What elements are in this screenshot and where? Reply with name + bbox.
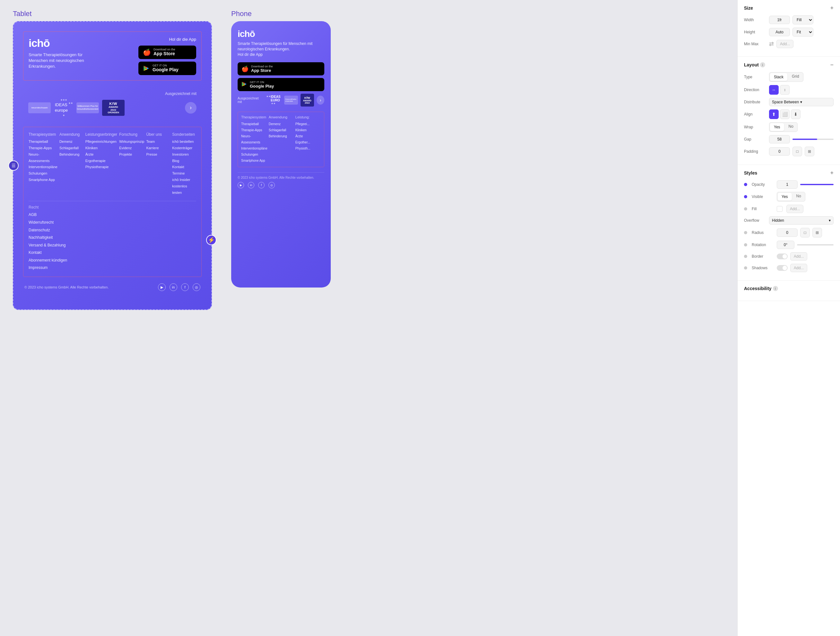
wrap-no-btn[interactable]: No bbox=[785, 123, 797, 132]
recht-impressum[interactable]: Impressum bbox=[28, 264, 196, 271]
nav-item-blog[interactable]: Blog bbox=[172, 158, 196, 164]
nav-item-kostenlos[interactable]: kostenlos testen bbox=[172, 183, 196, 196]
nav-item-investoren[interactable]: Investoren bbox=[172, 151, 196, 158]
recht-widerruf[interactable]: Widerrufsrecht bbox=[28, 219, 196, 226]
phone-nav-kliniken[interactable]: Kliniken bbox=[295, 127, 321, 133]
nav-item-demenz[interactable]: Demenz bbox=[59, 139, 84, 145]
phone-nav-behinderung[interactable]: Behinderung bbox=[269, 133, 294, 139]
nav-item-behinderung[interactable]: Behinderung bbox=[59, 151, 84, 158]
nav-item-pflege[interactable]: Pflegeeinrichtungen bbox=[85, 139, 117, 145]
recht-versand[interactable]: Versand & Bezahlung bbox=[28, 242, 196, 249]
nav-item-ergo[interactable]: Ergotherapie bbox=[85, 158, 117, 164]
nav-item-presse[interactable]: Presse bbox=[146, 151, 170, 158]
border-toggle[interactable] bbox=[777, 253, 788, 259]
height-dropdown[interactable]: Fit Fill Fixed bbox=[793, 28, 813, 36]
radius-uniform-btn[interactable]: □ bbox=[800, 228, 810, 238]
padding-uniform-btn[interactable]: □ bbox=[793, 146, 802, 156]
phone-nav-pflege[interactable]: Pflegeei... bbox=[295, 121, 321, 127]
type-stack-btn[interactable]: Stack bbox=[770, 73, 787, 81]
nav-item-kostentrager[interactable]: Kostenträger bbox=[172, 145, 196, 151]
phone-nav-ergo[interactable]: Ergother... bbox=[295, 139, 321, 145]
direction-vertical-btn[interactable]: ↕ bbox=[780, 85, 789, 94]
opacity-slider[interactable] bbox=[800, 184, 834, 185]
visible-yes-btn[interactable]: Yes bbox=[778, 193, 792, 201]
youtube-icon[interactable]: ▶ bbox=[158, 283, 166, 291]
gap-input[interactable] bbox=[769, 135, 790, 143]
nav-item-kliniken[interactable]: Kliniken bbox=[85, 145, 117, 151]
phone-nav-smartphone[interactable]: Smartphone App bbox=[241, 157, 267, 164]
fill-add[interactable]: Add... bbox=[786, 205, 804, 213]
type-grid-btn[interactable]: Grid bbox=[788, 72, 803, 82]
rotation-slider[interactable] bbox=[797, 244, 834, 246]
phone-facebook-icon[interactable]: f bbox=[258, 182, 265, 188]
recht-abonnement[interactable]: Abonnement kündigen bbox=[28, 257, 196, 264]
facebook-icon[interactable]: f bbox=[181, 283, 189, 291]
overflow-select[interactable]: Hidden ▾ bbox=[769, 216, 834, 225]
nav-item-therapie-apps[interactable]: Therapie-Apps bbox=[28, 145, 57, 151]
phone-nav-demenz[interactable]: Demenz bbox=[269, 121, 294, 127]
layout-info-icon[interactable]: i bbox=[760, 62, 765, 68]
phone-youtube-icon[interactable]: ▶ bbox=[238, 182, 244, 188]
linkedin-icon[interactable]: in bbox=[169, 283, 177, 291]
recht-kontakt[interactable]: Kontakt bbox=[28, 249, 196, 257]
align-bottom-btn[interactable]: ⬇ bbox=[791, 109, 801, 119]
nav-item-projekte[interactable]: Projekte bbox=[119, 151, 144, 158]
padding-input[interactable] bbox=[769, 147, 790, 156]
tablet-app-store-badge[interactable]: 🍎 Download on the App Store bbox=[138, 46, 196, 59]
tablet-floating-menu[interactable]: ☰ bbox=[8, 161, 19, 171]
nav-item-schlaganfall[interactable]: Schlaganfall bbox=[59, 145, 84, 151]
recht-agb[interactable]: AGB bbox=[28, 211, 196, 219]
align-center-btn[interactable]: ⬜ bbox=[780, 109, 789, 119]
size-plus-btn[interactable]: + bbox=[830, 5, 834, 11]
phone-nav-neuro[interactable]: Neuro-Assessments bbox=[241, 133, 267, 145]
nav-item-termine[interactable]: Termine bbox=[172, 170, 196, 177]
minmax-swap-icon[interactable]: ⇄ bbox=[769, 41, 774, 47]
nav-item-arzte[interactable]: Ärzte bbox=[85, 151, 117, 158]
styles-plus-btn[interactable]: + bbox=[830, 170, 834, 176]
phone-instagram-icon[interactable]: ◎ bbox=[268, 182, 275, 188]
minmax-add[interactable]: Add... bbox=[777, 40, 793, 48]
wrap-yes-btn[interactable]: Yes bbox=[770, 123, 784, 131]
padding-individual-btn[interactable]: ⊞ bbox=[805, 146, 814, 156]
nav-item-kontakt[interactable]: Kontakt bbox=[172, 164, 196, 170]
phone-nav-schlaganfall[interactable]: Schlaganfall bbox=[269, 127, 294, 133]
gap-slider[interactable] bbox=[793, 139, 834, 140]
direction-horizontal-btn[interactable]: ↔ bbox=[769, 85, 778, 94]
distribute-select[interactable]: Space Between ▾ bbox=[769, 98, 834, 106]
shadows-toggle[interactable] bbox=[777, 265, 788, 271]
phone-nav-schulungen[interactable]: Schulungen bbox=[241, 151, 267, 157]
height-input[interactable] bbox=[769, 28, 790, 36]
phone-appstore-badge[interactable]: 🍎 Download on the App Store bbox=[238, 62, 324, 76]
fill-swatch[interactable] bbox=[777, 206, 783, 212]
shadows-add[interactable]: Add... bbox=[790, 264, 807, 272]
recht-nachhaltigkeit[interactable]: Nachhaltigkeit bbox=[28, 234, 196, 241]
nav-item-wirkung[interactable]: Wirkungsprinzip bbox=[119, 139, 144, 145]
nav-item-karriere[interactable]: Karriere bbox=[146, 145, 170, 151]
phone-awards-arrow[interactable]: › bbox=[317, 96, 324, 105]
opacity-input[interactable] bbox=[777, 180, 797, 189]
tablet-floating-plus[interactable]: ⚡ bbox=[206, 235, 216, 245]
phone-nav-physio[interactable]: Physioth... bbox=[295, 145, 321, 151]
rotation-input[interactable] bbox=[777, 241, 794, 249]
align-top-btn[interactable]: ⬆ bbox=[769, 109, 778, 119]
nav-item-insider[interactable]: ichō Insider bbox=[172, 177, 196, 183]
awards-arrow[interactable]: › bbox=[185, 102, 196, 113]
accessibility-info-icon[interactable]: i bbox=[773, 286, 778, 291]
phone-nav-therapie-apps[interactable]: Therapie-Apps bbox=[241, 127, 267, 133]
nav-item-evidenz[interactable]: Evidenz bbox=[119, 145, 144, 151]
nav-item-smartphone[interactable]: Smartphone App bbox=[28, 177, 57, 183]
nav-item-team[interactable]: Team bbox=[146, 139, 170, 145]
phone-google-badge[interactable]: GET IT ON Google Play bbox=[238, 78, 324, 91]
nav-item-interventions[interactable]: Interventionspläne bbox=[28, 164, 57, 170]
phone-nav-therapieball[interactable]: Therapieball bbox=[241, 121, 267, 127]
nav-item-neuro[interactable]: Neuro-Assessments bbox=[28, 151, 57, 164]
instagram-icon[interactable]: ◎ bbox=[193, 283, 201, 291]
tablet-google-badge[interactable]: GET IT ON Google Play bbox=[138, 61, 196, 75]
layout-minus-btn[interactable]: − bbox=[830, 62, 834, 68]
radius-input[interactable] bbox=[777, 228, 797, 237]
phone-linkedin-icon[interactable]: in bbox=[248, 182, 254, 188]
visible-no-btn[interactable]: No bbox=[793, 192, 805, 201]
nav-item-bestellen[interactable]: ichō bestellen bbox=[172, 139, 196, 145]
nav-item-therapieball[interactable]: Therapieball bbox=[28, 139, 57, 145]
recht-datenschutz[interactable]: Datenschutz bbox=[28, 227, 196, 234]
